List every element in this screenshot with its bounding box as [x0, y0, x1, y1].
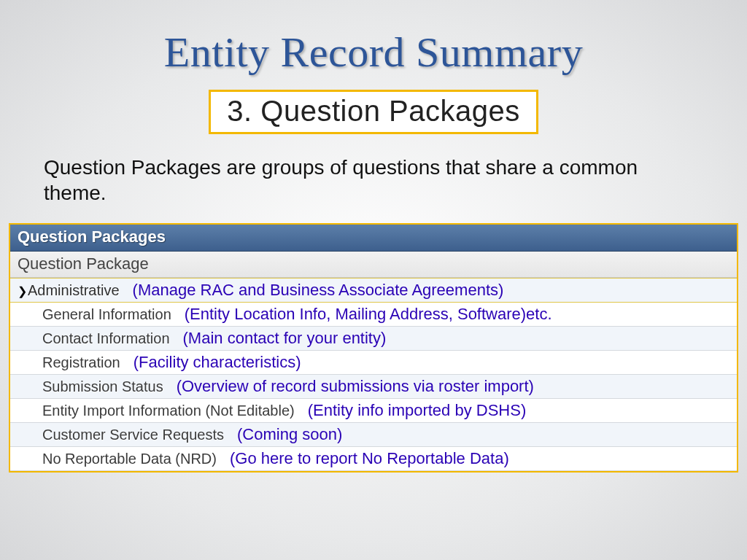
- question-packages-panel: Question Packages Question Package ❯Admi…: [9, 223, 738, 472]
- chevron-right-icon: ❯: [18, 284, 28, 298]
- row-description: (Coming soon): [224, 425, 342, 444]
- table-row[interactable]: Entity Import Information (Not Editable)…: [10, 399, 737, 423]
- row-description: (Manage RAC and Business Associate Agree…: [120, 281, 504, 300]
- row-label: Registration: [42, 354, 120, 371]
- table-row[interactable]: General Information(Entity Location Info…: [10, 303, 737, 327]
- row-label: Entity Import Information (Not Editable): [42, 402, 295, 419]
- row-label: Contact Information: [42, 330, 170, 347]
- row-description: (Go here to report No Reportable Data): [217, 449, 509, 468]
- slide: Entity Record Summary 3. Question Packag…: [0, 0, 747, 560]
- row-label: General Information: [42, 306, 171, 323]
- row-description: (Main contact for your entity): [170, 329, 387, 348]
- row-label: Customer Service Requests: [42, 427, 224, 443]
- row-label: Administrative: [28, 282, 120, 299]
- table-row[interactable]: Contact Information(Main contact for you…: [10, 327, 737, 351]
- slide-lead-text: Question Packages are groups of question…: [0, 134, 747, 219]
- row-description: (Overview of record submissions via rost…: [163, 377, 534, 396]
- row-label: No Reportable Data (NRD): [42, 451, 217, 467]
- row-label: Submission Status: [42, 378, 163, 395]
- panel-heading: Question Packages: [10, 225, 737, 252]
- panel-rows: ❯Administrative(Manage RAC and Business …: [10, 278, 737, 471]
- table-row[interactable]: Customer Service Requests(Coming soon): [10, 423, 737, 447]
- table-row[interactable]: ❯Administrative(Manage RAC and Business …: [10, 278, 737, 303]
- row-description: (Entity info imported by DSHS): [295, 401, 527, 420]
- table-row[interactable]: No Reportable Data (NRD)(Go here to repo…: [10, 447, 737, 471]
- row-description: (Facility characteristics): [120, 353, 301, 372]
- slide-subtitle: 3. Question Packages: [209, 90, 538, 134]
- slide-title: Entity Record Summary: [0, 0, 747, 77]
- panel-column-header: Question Package: [10, 252, 737, 278]
- subtitle-wrap: 3. Question Packages: [0, 90, 747, 134]
- table-row[interactable]: Submission Status(Overview of record sub…: [10, 375, 737, 399]
- table-row[interactable]: Registration(Facility characteristics): [10, 351, 737, 375]
- row-description: (Entity Location Info, Mailing Address, …: [171, 305, 552, 324]
